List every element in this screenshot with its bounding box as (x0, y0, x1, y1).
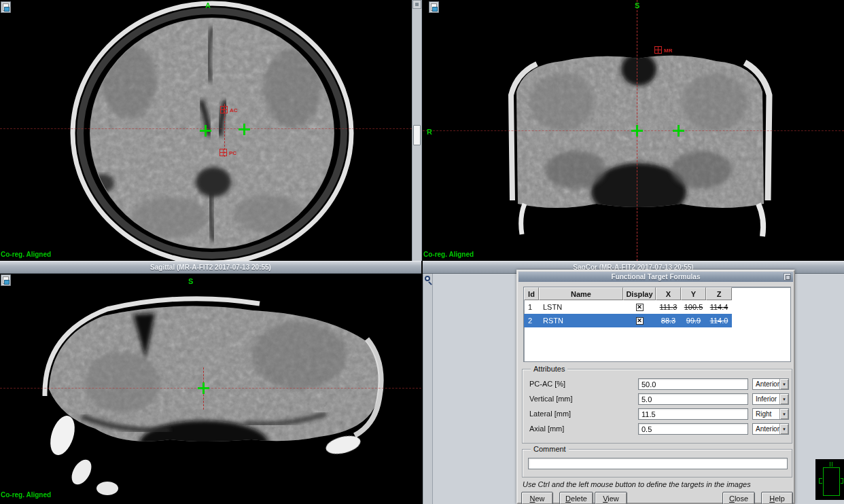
vertical-label: Vertical [mm] (529, 395, 573, 403)
col-header-y[interactable]: Y (681, 287, 706, 300)
view-button[interactable]: View (595, 492, 627, 504)
dialog-titlebar[interactable]: Functional Target Formulas (518, 272, 793, 282)
lateral-input[interactable] (638, 408, 748, 420)
axial-direction-select[interactable]: Anterior ▼ (752, 423, 789, 435)
image-stack-icon[interactable] (429, 1, 439, 13)
right-target-cross-icon[interactable] (239, 124, 250, 135)
axial-coreg-status: Co-reg. Aligned (1, 251, 51, 258)
right-target-cross-icon[interactable] (673, 125, 684, 137)
lateral-direction-select[interactable]: Right ▼ (752, 408, 789, 420)
target-cross-icon[interactable] (198, 382, 209, 394)
maximize-icon[interactable] (784, 273, 791, 281)
mr-marker-icon[interactable] (654, 46, 662, 54)
vertical-input[interactable] (638, 393, 748, 405)
delete-button-label: Delete (565, 494, 587, 503)
delete-button[interactable]: Delete (559, 492, 593, 504)
pc-marker-label: PC (229, 150, 236, 156)
sagittal-panel-titlebar[interactable]: Sagittal (MR-A-FIT2 2017-07-13 20:55) (0, 261, 421, 274)
sagittal-mri-image (0, 274, 421, 504)
lateral-direction-value: Right (753, 410, 779, 418)
comment-group: Comment (522, 449, 792, 478)
attributes-group: Attributes PC-AC [%] Anterior ▼ Vertical… (522, 369, 792, 444)
chevron-down-icon[interactable]: ▼ (779, 409, 788, 419)
help-button-label: Help (769, 494, 785, 503)
usage-hint: Use Ctrl and the left mouse button to de… (523, 480, 751, 488)
help-button[interactable]: Help (761, 492, 793, 504)
panel-collapse-icon[interactable] (412, 0, 421, 9)
chevron-down-icon[interactable]: ▼ (779, 424, 788, 434)
vertical-direction-value: Inferior (753, 395, 779, 403)
mr-marker-label: MR (664, 48, 672, 54)
cell-z: 114.4 (710, 303, 728, 311)
cell-y: 100.5 (684, 303, 703, 311)
axial-direction-value: Anterior (753, 425, 779, 433)
axial-input[interactable] (638, 423, 748, 435)
pcac-label: PC-AC [%] (529, 380, 565, 388)
table-row-rstn[interactable]: 2 RSTN ✕ 88.3 99.9 114.0 (524, 314, 732, 327)
comment-input[interactable] (528, 458, 788, 469)
targets-table: Id Name Display X Y Z 1 LSTN ✕ 111.3 100… (523, 287, 791, 362)
cell-x: 111.3 (660, 303, 678, 311)
pcac-input[interactable] (638, 378, 748, 390)
cell-x: 88.3 (661, 317, 675, 325)
cell-y: 99.9 (686, 317, 701, 325)
magnifier-icon[interactable] (424, 276, 433, 285)
image-stack-icon[interactable] (1, 1, 11, 13)
axial-label: Axial [mm] (529, 425, 564, 433)
application-window: A AC PC Co-reg. Aligned (0, 0, 844, 504)
orientation-label-superior: S (188, 277, 193, 285)
col-header-id[interactable]: Id (524, 287, 539, 300)
sagittal-panel-title: Sagittal (MR-A-FIT2 2017-07-13 20:55) (150, 264, 271, 271)
orientation-label-anterior: A (205, 1, 211, 10)
quad4-vertical-scrollbar[interactable] (423, 274, 433, 504)
col-header-name[interactable]: Name (539, 287, 623, 300)
coronal-coreg-status: Co-reg. Aligned (423, 251, 474, 258)
scrollbar-thumb[interactable] (413, 125, 421, 145)
new-button[interactable]: New (521, 492, 553, 504)
sagittal-crosshair-horizontal (0, 388, 421, 389)
display-checkbox[interactable]: ✕ (636, 317, 644, 325)
table-row-lstn[interactable]: 1 LSTN ✕ 111.3 100.5 114.4 (524, 300, 732, 314)
lateral-label: Lateral [mm] (529, 410, 571, 418)
chevron-down-icon[interactable]: ▼ (779, 379, 788, 389)
image-stack-icon[interactable] (1, 274, 11, 286)
functional-target-formulas-dialog: Functional Target Formulas Id Name Displ… (516, 270, 795, 504)
cell-name: RSTN (539, 317, 623, 325)
left-target-cross-icon[interactable] (200, 125, 211, 137)
attributes-group-label: Attributes (531, 365, 567, 373)
pcac-direction-value: Anterior (753, 380, 779, 388)
orientation-label-superior: S (635, 1, 639, 10)
cell-id: 2 (524, 317, 539, 325)
col-header-x[interactable]: X (656, 287, 681, 300)
cell-id: 1 (524, 303, 539, 311)
dialog-title: Functional Target Formulas (612, 273, 701, 281)
cell-z: 114.0 (710, 317, 728, 325)
ac-marker-icon[interactable] (220, 106, 228, 113)
view-button-label: View (603, 494, 619, 503)
orientation-label-right: R (427, 128, 432, 136)
axial-vertical-scrollbar[interactable] (412, 0, 422, 261)
col-header-z[interactable]: Z (706, 287, 732, 300)
sagittal-coreg-status: Co-reg. Aligned (1, 491, 51, 499)
col-header-display[interactable]: Display (623, 287, 656, 300)
targets-table-header: Id Name Display X Y Z (524, 287, 790, 300)
axial-viewport[interactable]: A AC PC Co-reg. Aligned (0, 0, 412, 261)
cell-name: LSTN (539, 303, 623, 311)
comment-group-label: Comment (531, 445, 569, 453)
ac-marker-label: AC (230, 107, 238, 113)
coronal-viewport[interactable]: S R MR Co-reg. Aligned (423, 0, 844, 261)
close-button-label: Close (729, 494, 748, 503)
display-checkbox[interactable]: ✕ (636, 304, 644, 311)
pcac-direction-select[interactable]: Anterior ▼ (752, 378, 789, 390)
sagittal-viewport[interactable]: S Co-reg. Aligned (0, 274, 421, 504)
close-button[interactable]: Close (722, 492, 755, 504)
left-target-cross-icon[interactable] (631, 125, 643, 137)
new-button-label: New (529, 494, 544, 503)
pc-marker-icon[interactable] (219, 149, 227, 156)
orientation-cube (815, 459, 844, 500)
vertical-direction-select[interactable]: Inferior ▼ (752, 393, 789, 405)
chevron-down-icon[interactable]: ▼ (779, 394, 788, 404)
